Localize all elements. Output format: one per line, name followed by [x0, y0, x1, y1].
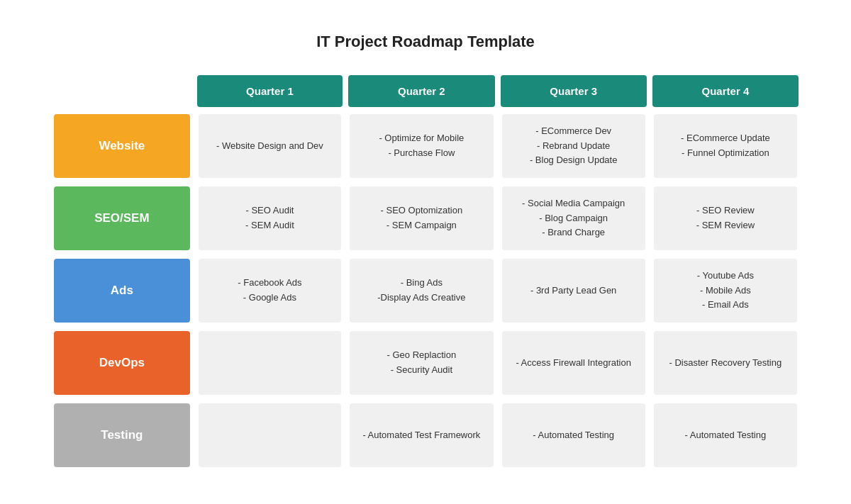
cell-seosem-q4: - SEO Review- SEM Review	[654, 186, 797, 250]
cell-ads-q1: - Facebook Ads- Google Ads	[199, 259, 341, 323]
cell-ads-q3: - 3rd Party Lead Gen	[502, 259, 645, 323]
cell-ads-q4: - Youtube Ads- Mobile Ads- Email Ads	[654, 259, 797, 323]
header-q2: Quarter 2	[348, 75, 494, 107]
row-label-testing: Testing	[54, 403, 190, 467]
cell-devops-q2: - Geo Replaction- Security Audit	[350, 331, 493, 395]
header-q3: Quarter 3	[501, 75, 647, 107]
cell-seosem-q2: - SEO Optomization- SEM Campaign	[350, 186, 493, 250]
cell-devops-q1	[199, 331, 341, 395]
row-label-website: Website	[54, 114, 190, 178]
cell-website-q4: - ECommerce Update- Funnel Optimization	[654, 114, 797, 178]
cell-testing-q2: - Automated Test Framework	[350, 403, 493, 467]
cell-testing-q1	[199, 403, 341, 467]
cell-ads-q2: - Bing Ads-Display Ads Creative	[350, 259, 493, 323]
row-label-devops: DevOps	[54, 331, 190, 395]
page-title: IT Project Roadmap Template	[50, 33, 801, 51]
row-label-seosem: SEO/SEM	[54, 186, 190, 250]
cell-devops-q3: - Access Firewall Integration	[502, 331, 645, 395]
cell-testing-q3: - Automated Testing	[502, 403, 645, 467]
header-q4: Quarter 4	[652, 75, 799, 107]
cell-testing-q4: - Automated Testing	[654, 403, 797, 467]
cell-seosem-q3: - Social Media Campaign- Blog Campaign- …	[502, 186, 645, 250]
cell-website-q1: - Website Design and Dev	[199, 114, 341, 178]
cell-website-q2: - Optimize for Mobile- Purchase Flow	[350, 114, 493, 178]
cell-devops-q4: - Disaster Recovery Testing	[654, 331, 797, 395]
cell-seosem-q1: - SEO Audit- SEM Audit	[199, 186, 341, 250]
header-q1: Quarter 1	[197, 75, 343, 107]
row-label-ads: Ads	[54, 259, 190, 323]
cell-website-q3: - ECommerce Dev- Rebrand Update- Blog De…	[502, 114, 645, 178]
